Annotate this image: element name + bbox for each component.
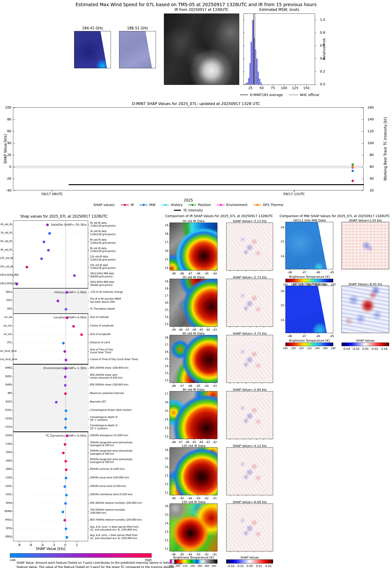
feature-dot-enss (66, 536, 68, 539)
feature-label: RSST (0, 400, 12, 403)
feature-tick (12, 452, 13, 453)
y-tick-label: 16 (162, 301, 168, 304)
feature-dot-15h_old_ir (26, 266, 28, 268)
x-tick-label: 09/17 06UTC (36, 192, 69, 196)
mw-bt-colorbar (285, 343, 333, 346)
x-tick-label: -44 (202, 384, 210, 388)
feature-dot-v500 (62, 451, 65, 454)
line-dot-swatch (121, 204, 129, 205)
y-tick-mark (169, 366, 169, 366)
caption-feature-value: Feature Value: The value of the feature … (17, 565, 175, 568)
legend-item: D-MINT183 average (240, 93, 283, 97)
row-gridline (14, 242, 88, 242)
desc-tick (88, 410, 89, 411)
mw-comparison-title: Comparison of MW SHAP Values for 2025_07… (280, 214, 389, 218)
y-tick-mark (244, 58, 245, 59)
shap-x-tick-mark (246, 495, 246, 496)
x-tick-mark (42, 541, 42, 543)
dashed-line-swatch (289, 94, 298, 95)
desc-tick (88, 292, 89, 292)
row-gridline (14, 343, 88, 343)
feature-label: U20C (0, 485, 12, 487)
desc-tick (88, 452, 89, 453)
y-tick-mark (169, 459, 169, 459)
x-tick-label: -46 (314, 335, 322, 338)
mw-shap-title: SHAP Value=1.55 kts (342, 218, 389, 222)
feature-label: 15h_old_IR (0, 265, 12, 268)
shap-cb-tick-label: 0.00 (244, 565, 255, 568)
y-tick-label: 13 (162, 474, 168, 477)
y-tick-mark (13, 143, 15, 144)
timeseries-plot: 100806040200-20-401601401201008060402009… (13, 107, 364, 190)
mw-shap-map-183pm1 (342, 222, 389, 269)
dmint-average-line (254, 14, 254, 84)
legend-title: SHAP values: (93, 203, 115, 207)
feature-tick (12, 529, 13, 529)
y-tick-label: 14 (277, 255, 284, 258)
feature-desc: Cosine of Time of Day (Local Solar Time) (90, 358, 154, 361)
x-tick-mark (206, 495, 207, 496)
mw-shap-colorbar-title: SHAP Values (342, 339, 389, 342)
feature-desc: Sine of Time of Day (Local Solar Time) (90, 348, 154, 354)
legend-label: NHC official (300, 93, 319, 97)
x-tick-label: 100 (279, 86, 289, 90)
swatch-dot (191, 204, 194, 206)
swatch-dot (164, 204, 166, 206)
x-tick-mark (173, 439, 174, 440)
y-tick-label: 16 (277, 290, 284, 293)
y-tick-label: 0 (2, 165, 11, 169)
y-tick-mark (13, 108, 15, 108)
x-tick-label: -42 (210, 440, 219, 444)
shap-x-tick-mark (238, 271, 238, 271)
x-tick-mark (332, 333, 332, 334)
x-tick-mark (215, 439, 215, 440)
ir-map-title: 3h old IR Data (169, 276, 217, 279)
legend-label: TC Intensity (183, 208, 203, 212)
feature-tick (12, 469, 13, 470)
y-tick-label: 15 (277, 240, 284, 243)
desc-tick (88, 368, 89, 368)
row-gridline (14, 301, 88, 301)
x-tick-mark (173, 327, 174, 328)
y-tick-label: 18 (162, 232, 168, 235)
feature-tick (12, 503, 13, 504)
feature-label: EPSS (0, 527, 12, 530)
row-gridline (14, 402, 88, 403)
y-tick-label: 40 (369, 177, 374, 180)
feature-desc: Reynolds SST (90, 400, 154, 404)
y-tick-label: 60 (369, 165, 374, 169)
feature-desc: 850-500hPa shear (200-800 km) (90, 383, 154, 386)
row-gridline (14, 360, 88, 360)
feature-label: SHDC (0, 375, 12, 378)
feature-tick (12, 410, 13, 411)
timeseries-legend2: TC Intensity (0, 208, 377, 212)
row-gridline (14, 504, 88, 504)
x-tick-label: -45 (202, 272, 210, 275)
feature-desc: 200hPa zonal wind (0-500 km) (90, 485, 154, 488)
y-tick-mark (315, 58, 316, 59)
row-gridline (14, 470, 88, 470)
mw-bt-tick-label: 280 (329, 347, 337, 350)
legend-item-position: Position (188, 203, 211, 207)
y-tick-mark (362, 143, 363, 144)
feature-tick (12, 258, 13, 259)
x-tick-label: -47 (186, 272, 194, 275)
shap-x-tick-mark (270, 551, 270, 552)
mw-thumb1-title: 184.41 GHz (74, 26, 111, 30)
feature-dot-v300 (64, 443, 66, 446)
x-tick-mark (206, 271, 207, 271)
zero-line (66, 221, 66, 541)
section-header: TC Dynamics SHAP=-0.0kts (31, 434, 86, 437)
feature-label: COHC (0, 409, 12, 411)
y-tick-label: 0.0 (320, 82, 325, 86)
feature-desc: 183±1GHz MW data (64x64 grid points) (90, 272, 154, 278)
y-tick-mark (169, 225, 169, 226)
x-tick-label: -46 (169, 497, 178, 500)
ir-comparison-title: Comparison of IR SHAP Values for 2025_07… (161, 214, 277, 218)
y-tick-label: 15 (162, 409, 168, 412)
ir-shap-title: SHAP Value=-3.13 kts (226, 219, 273, 223)
legend-label: GFS Thermo (263, 203, 283, 207)
y-tick-label: 17 (162, 343, 168, 346)
feature-label: 3h_old_IR (0, 231, 12, 234)
legend-label: Position (198, 203, 211, 207)
